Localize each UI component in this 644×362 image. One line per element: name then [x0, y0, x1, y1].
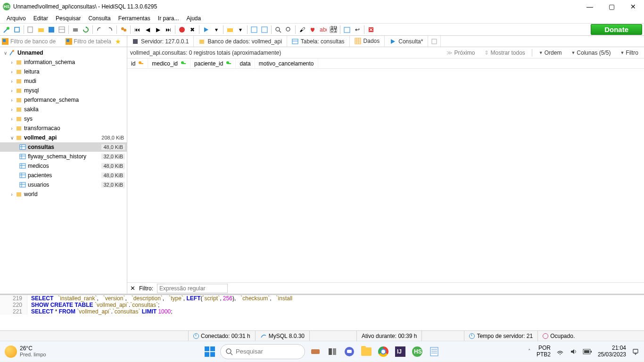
column-motivo_cancelamento[interactable]: motivo_cancelamento: [255, 58, 318, 68]
tool-format-icon[interactable]: abc: [318, 25, 328, 34]
tool-wrap-icon[interactable]: ↩: [353, 25, 362, 34]
tool-import-icon[interactable]: [260, 25, 269, 34]
filter-table-input[interactable]: Filtro de tabela: [64, 36, 113, 47]
tool-exit-icon[interactable]: [366, 25, 376, 34]
column-data[interactable]: data: [236, 58, 255, 68]
tree-db-performance_schema[interactable]: ›performance_schema: [0, 95, 127, 105]
menu-consulta[interactable]: Consulta: [84, 14, 114, 23]
tool-save-icon[interactable]: [47, 25, 56, 34]
taskbar-chat[interactable]: [343, 345, 356, 358]
data-grid[interactable]: [127, 69, 644, 282]
taskbar-clock[interactable]: 21:04 25/03/2023: [598, 345, 626, 358]
tool-stop-icon[interactable]: [177, 25, 187, 34]
tool-first-icon[interactable]: ⏮: [132, 25, 142, 34]
tool-export-icon[interactable]: [249, 25, 259, 34]
tree-db-mysql[interactable]: ›mysql: [0, 86, 127, 95]
tab-host[interactable]: Servidor: 127.0.0.1: [127, 36, 194, 47]
start-button[interactable]: [203, 345, 216, 358]
tab-table[interactable]: Tabela: consultas: [287, 36, 350, 47]
taskbar-notepad[interactable]: [428, 345, 441, 358]
menu-ajuda[interactable]: Ajuda: [183, 14, 205, 23]
menu-irpara[interactable]: Ir para...: [154, 14, 183, 23]
menu-pesquisar[interactable]: Pesquisar: [52, 14, 84, 23]
donate-button[interactable]: Donate: [591, 24, 642, 35]
tab-query[interactable]: Consulta*: [385, 36, 428, 47]
order-dropdown[interactable]: ▼Ordem: [536, 49, 565, 56]
tree-table-pacientes[interactable]: pacientes48,0 KiB: [0, 171, 127, 180]
tool-connect-icon[interactable]: [2, 25, 11, 34]
tool-refresh-icon[interactable]: [81, 25, 91, 34]
tool-redo-icon[interactable]: [105, 25, 115, 34]
tool-last-icon[interactable]: ⏭: [164, 25, 173, 34]
columns-dropdown[interactable]: ▼Colunas (5/5): [568, 49, 613, 56]
column-medico_id[interactable]: medico_id: [148, 58, 190, 68]
tool-new-icon[interactable]: [26, 25, 35, 34]
taskbar-taskview[interactable]: [326, 345, 339, 358]
taskbar-chrome[interactable]: [377, 345, 390, 358]
tool-folder-icon[interactable]: [36, 25, 46, 34]
tool-heart-icon[interactable]: [308, 25, 317, 34]
volume-icon[interactable]: [570, 348, 577, 355]
tool-calendar-icon[interactable]: [342, 25, 352, 34]
tree-table-consultas[interactable]: consultas48,0 KiB: [0, 142, 127, 152]
tool-users-icon[interactable]: [119, 25, 128, 34]
tool-plug-icon[interactable]: [12, 25, 22, 34]
maximize-button[interactable]: ▢: [601, 0, 622, 13]
tool-prev-icon[interactable]: ◀: [143, 25, 152, 34]
tree-db-world[interactable]: › world: [0, 189, 127, 199]
show-all-button[interactable]: ⇕Mostrar todos: [481, 49, 528, 56]
taskbar-search[interactable]: Pesquisar: [220, 344, 305, 359]
tool-run-icon[interactable]: [201, 25, 211, 34]
tool-search-icon[interactable]: [273, 25, 283, 34]
menu-arquivo[interactable]: Arquivo: [3, 14, 30, 23]
notification-icon[interactable]: [632, 348, 639, 355]
close-button[interactable]: ✕: [622, 0, 644, 13]
tree-db-transformacao[interactable]: ›transformacao: [0, 123, 127, 133]
tool-dropdown2-icon[interactable]: ▾: [236, 25, 245, 34]
column-paciente_id[interactable]: paciente_id: [190, 58, 236, 68]
taskbar-explorer[interactable]: [360, 345, 373, 358]
tree-root[interactable]: ∨ Unnamed: [0, 48, 127, 58]
tree-db-sys[interactable]: ›sys: [0, 114, 127, 123]
favorite-icon[interactable]: ★: [115, 38, 121, 45]
tab-new[interactable]: [428, 36, 441, 47]
tab-data[interactable]: Dados: [350, 36, 385, 47]
menu-ferramentas[interactable]: Ferramentas: [115, 14, 154, 23]
tool-find-icon[interactable]: [284, 25, 293, 34]
filter-dropdown[interactable]: ▼Filtro: [617, 49, 641, 56]
tree-db-information_schema[interactable]: ›information_schema: [0, 58, 127, 67]
menu-editar[interactable]: Editar: [30, 14, 52, 23]
tool-open-icon[interactable]: [225, 25, 235, 34]
tool-next-icon[interactable]: ▶: [153, 25, 163, 34]
filter-regex-input[interactable]: [157, 284, 228, 293]
filter-db-input[interactable]: Filtro de banco de: [0, 36, 64, 47]
svg-rect-5: [59, 27, 65, 33]
tool-undo-icon[interactable]: [95, 25, 104, 34]
taskbar-widgets[interactable]: [309, 345, 322, 358]
taskbar-intellij[interactable]: IJ: [394, 345, 407, 358]
close-filter-icon[interactable]: ✕: [130, 285, 135, 292]
sql-log[interactable]: 219SELECT `installed_rank`, `version`, `…: [0, 294, 644, 330]
battery-icon[interactable]: [583, 349, 592, 354]
tree-table-flyway_schema_history[interactable]: flyway_schema_history32,0 KiB: [0, 152, 127, 161]
tree-table-usuarios[interactable]: usuarios32,0 KiB: [0, 180, 127, 189]
tree-db-mudi[interactable]: ›mudi: [0, 76, 127, 86]
taskbar-weather[interactable]: 26°C Pred. limpo: [5, 346, 46, 358]
column-id[interactable]: id: [127, 58, 148, 68]
tree-db-sakila[interactable]: ›sakila: [0, 105, 127, 114]
minimize-button[interactable]: —: [579, 0, 601, 13]
tool-dropdown-icon[interactable]: ▾: [212, 25, 221, 34]
tree-db-leitura[interactable]: ›leitura: [0, 67, 127, 76]
wifi-icon[interactable]: [556, 348, 564, 355]
tool-binary-icon[interactable]: 100010: [329, 25, 338, 34]
taskbar-heidisql[interactable]: HS: [411, 345, 424, 358]
tool-brush-icon[interactable]: 🖌: [297, 25, 307, 34]
tree-db-vollmed_api[interactable]: ∨ vollmed_api 208,0 KiB: [0, 133, 127, 142]
tool-table-icon[interactable]: [57, 25, 66, 34]
tool-print-icon[interactable]: [71, 25, 80, 34]
tree-table-medicos[interactable]: medicos48,0 KiB: [0, 161, 127, 171]
tray-overflow[interactable]: ˄: [528, 348, 531, 354]
tool-cancel-icon[interactable]: ✖: [188, 25, 197, 34]
next-page-button[interactable]: ≫Próximo: [444, 49, 478, 56]
tab-database[interactable]: Banco de dados: vollmed_api: [194, 36, 287, 47]
